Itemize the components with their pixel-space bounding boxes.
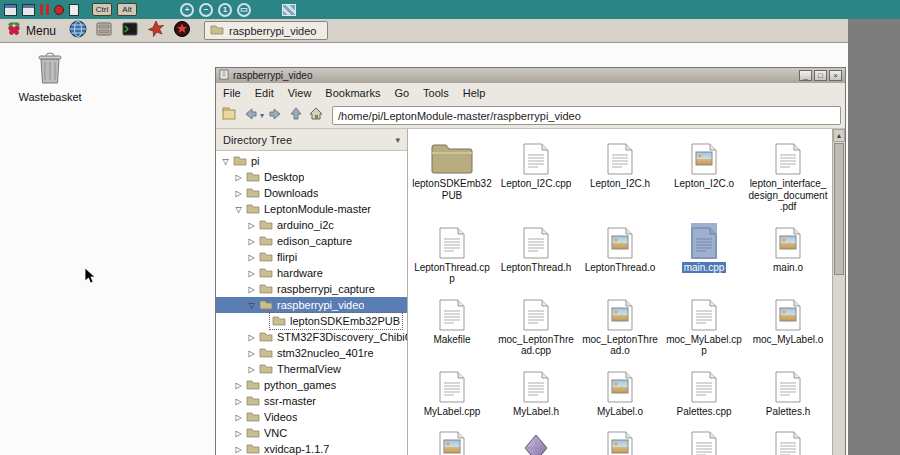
tree-item-leptonsdkemb32pub[interactable]: leptonSDKEmb32PUB [216,313,407,329]
tree-item-xvidcap-1-1-7[interactable]: ▷xvidcap-1.1.7 [216,441,407,455]
zoom-100-button[interactable]: 1 [218,3,232,17]
maximize-button[interactable]: □ [814,70,827,81]
web-browser-button[interactable] [66,20,89,41]
expand-triangle-icon[interactable]: ▷ [233,173,244,182]
tree-item-thermalview[interactable]: ▷ThermalView [216,361,407,377]
tree-item-hardware[interactable]: ▷hardware [216,265,407,281]
file-mylabel-h[interactable]: MyLabel.h [494,361,578,422]
wolfram-button[interactable] [170,20,193,41]
side-pane-mode-select[interactable]: Directory Tree ▾ [216,129,407,151]
menu-button[interactable]: Menu [3,20,63,41]
menu-help[interactable]: Help [456,84,493,102]
tree-item-python-games[interactable]: ▷python_games [216,377,407,393]
tree-item-stm32nucleo-401re[interactable]: ▷stm32nucleo_401re [216,345,407,361]
menu-view[interactable]: View [281,84,319,102]
file-leptonthread-cpp[interactable]: LeptonThread.cpp [410,217,494,289]
file-lepton-i2c-o[interactable]: Lepton_I2C.o [662,133,746,217]
tree-item-raspberrypi-video[interactable]: ▽raspberrypi_video [216,297,407,313]
file-moc-leptonthread-cpp[interactable]: moc_LeptonThread.cpp [494,289,578,361]
expand-triangle-icon[interactable]: ▷ [233,189,244,198]
vertical-scrollbar[interactable]: ▲ [832,129,845,455]
save-session-button[interactable] [22,4,35,16]
fullscreen-button[interactable] [282,4,296,16]
expand-triangle-icon[interactable]: ▷ [233,397,244,406]
tree-item-edison-capture[interactable]: ▷edison_capture [216,233,407,249]
zoom-fit-button[interactable]: ▭ [237,3,251,17]
tree-item-desktop[interactable]: ▷Desktop [216,169,407,185]
file-mylabel-cpp[interactable]: MyLabel.cpp [410,361,494,422]
file-raspberrypi-video[interactable]: raspberrypi_video. [578,421,662,455]
file-moc-leptonthread-o[interactable]: moc_LeptonThread.o [578,289,662,361]
file-lepton-i2c-cpp[interactable]: Lepton_I2C.cpp [494,133,578,217]
file-makefile[interactable]: Makefile [410,289,494,361]
tree-item-vnc[interactable]: ▷VNC [216,425,407,441]
file-lepton-interface-design-document-pdf[interactable]: lepton_interface_design_document.pdf [746,133,830,217]
tree-item-arduino-i2c[interactable]: ▷arduino_i2c [216,217,407,233]
menu-go[interactable]: Go [387,84,416,102]
file-moc-mylabel-o[interactable]: moc_MyLabel.o [746,289,830,361]
file-raspberrypi-video[interactable]: raspberrypi_video [494,421,578,455]
zoom-in-button[interactable]: + [180,3,194,17]
tree-item-ssr-master[interactable]: ▷ssr-master [216,393,407,409]
alt-key-button[interactable]: Alt [117,3,137,16]
file-readme[interactable]: README [662,421,746,455]
menu-bookmarks[interactable]: Bookmarks [318,84,387,102]
up-button[interactable] [288,105,304,126]
expand-triangle-icon[interactable]: ▷ [233,429,244,438]
desktop-icon-wastebasket[interactable]: Wastebasket [6,51,94,103]
tree-item-pi[interactable]: ▽pi [216,153,407,169]
file-mylabel-o[interactable]: MyLabel.o [578,361,662,422]
file-palettes-cpp[interactable]: Palettes.cpp [662,361,746,422]
zoom-out-button[interactable]: − [199,3,213,17]
record-button[interactable] [54,5,64,15]
expand-triangle-icon[interactable]: ▷ [233,445,244,454]
expand-triangle-icon[interactable]: ▷ [233,413,244,422]
file-leptonthread-o[interactable]: LeptonThread.o [578,217,662,289]
file-moc-mylabel-cpp[interactable]: moc_MyLabel.cpp [662,289,746,361]
tree-item-leptonmodule-master[interactable]: ▽LeptonModule-master [216,201,407,217]
file-spi-cpp[interactable]: SPI.cpp [746,421,830,455]
window-titlebar[interactable]: raspberrypi_video _ □ × [216,68,845,83]
expand-triangle-icon[interactable]: ▷ [246,365,257,374]
tree-item-raspberrypi-capture[interactable]: ▷raspberrypi_capture [216,281,407,297]
collapse-triangle-icon[interactable]: ▽ [246,301,257,310]
menu-edit[interactable]: Edit [248,84,281,102]
taskbar-task-raspberrypi-video[interactable]: raspberrypi_video [204,21,328,40]
ctrl-key-button[interactable]: Ctrl [92,3,112,16]
expand-triangle-icon[interactable]: ▷ [246,349,257,358]
terminal-button[interactable] [118,20,141,41]
expand-triangle-icon[interactable]: ▷ [246,221,257,230]
file-leptonthread-h[interactable]: LeptonThread.h [494,217,578,289]
expand-triangle-icon[interactable]: ▷ [246,285,257,294]
collapse-triangle-icon[interactable]: ▽ [220,157,231,166]
menu-tools[interactable]: Tools [416,84,456,102]
clipboard-button[interactable] [69,4,79,16]
forward-button[interactable] [267,106,285,126]
home-button[interactable] [307,105,325,126]
file-manager-button[interactable] [92,20,115,41]
scrollbar-thumb[interactable] [834,143,844,275]
back-button[interactable] [241,106,259,126]
mathematica-button[interactable] [144,20,167,41]
expand-triangle-icon[interactable]: ▷ [246,253,257,262]
minimize-button[interactable]: _ [799,70,812,81]
tree-item-stm32f3discovery-chibios[interactable]: ▷STM32F3Discovery_ChibiOS [216,329,407,345]
file-lepton-i2c-h[interactable]: Lepton_I2C.h [578,133,662,217]
file-main-o[interactable]: main.o [746,217,830,289]
tree-item-videos[interactable]: ▷Videos [216,409,407,425]
file-palettes-o[interactable]: Palettes.o [410,421,494,455]
expand-triangle-icon[interactable]: ▷ [246,237,257,246]
scroll-up-arrow[interactable]: ▲ [833,129,845,142]
address-bar[interactable]: /home/pi/LeptonModule-master/raspberrypi… [332,106,841,125]
new-tab-button[interactable] [220,105,238,126]
tree-item-downloads[interactable]: ▷Downloads [216,185,407,201]
pause-button[interactable] [40,4,49,15]
new-connection-button[interactable] [4,4,17,16]
scrollbar-trough[interactable] [833,276,845,455]
expand-triangle-icon[interactable]: ▷ [246,269,257,278]
file-palettes-h[interactable]: Palettes.h [746,361,830,422]
expand-triangle-icon[interactable]: ▷ [233,381,244,390]
close-button[interactable]: × [829,70,842,81]
menu-file[interactable]: File [216,84,248,102]
collapse-triangle-icon[interactable]: ▽ [233,205,244,214]
